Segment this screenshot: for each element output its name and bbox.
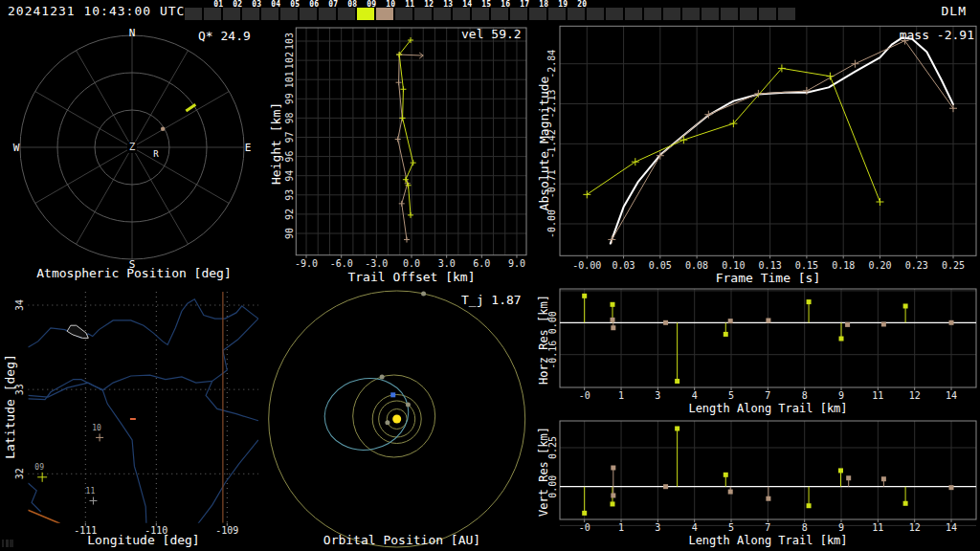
residual-point xyxy=(903,303,908,308)
tick-label: 9 xyxy=(838,390,844,401)
data-point-marker xyxy=(632,158,639,165)
frame-strip: 0102030405060708091011121314151617181920 xyxy=(0,0,980,23)
frame-thumb[interactable] xyxy=(721,8,738,20)
residual-point xyxy=(766,319,770,323)
vert-ylabel: Vert Res [km] xyxy=(537,427,550,517)
river-line xyxy=(206,319,258,421)
sun xyxy=(392,415,401,424)
horz-ylabel: Horz Res [km] xyxy=(537,295,550,385)
frame-thumb-label: 17 xyxy=(510,0,529,9)
panel-horz-residuals: -013457891112140.00-0.16 Length Along Tr… xyxy=(536,287,980,419)
frame-thumb-08[interactable]: 08 xyxy=(338,8,355,20)
horz-residuals-plot: -013457891112140.00-0.16 xyxy=(536,287,980,419)
meteor-streak-station-09 xyxy=(186,104,195,111)
polar-spoke xyxy=(132,147,229,204)
frame-thumb-04[interactable]: 04 xyxy=(261,8,278,20)
frame-thumb-16[interactable]: 16 xyxy=(491,8,508,20)
polar-spoke xyxy=(35,147,132,204)
residual-point xyxy=(838,468,843,473)
residual-point xyxy=(881,321,886,326)
frame-thumb[interactable] xyxy=(759,8,776,20)
frame-thumb-10[interactable]: 10 xyxy=(376,8,393,20)
residual-point xyxy=(724,332,728,337)
frame-thumb-03[interactable]: 03 xyxy=(242,8,259,20)
plot-grid xyxy=(560,421,976,525)
residual-point xyxy=(582,511,587,516)
frame-thumb[interactable] xyxy=(740,8,757,20)
frame-thumb-09[interactable]: 09 xyxy=(357,8,374,20)
frame-thumb-label: 11 xyxy=(395,0,414,9)
orbit-plot xyxy=(268,287,536,551)
frame-thumb[interactable] xyxy=(587,8,604,20)
tick-label: 14 xyxy=(946,390,957,401)
residual-point xyxy=(611,325,615,330)
frame-thumb-label: 02 xyxy=(223,0,242,9)
polar-spoke xyxy=(77,51,133,147)
frame-thumb-label: 20 xyxy=(568,0,587,9)
station-marker-10: 10 xyxy=(92,424,103,442)
frame-thumb-label: 04 xyxy=(261,0,280,9)
tick-label: 101 xyxy=(284,71,295,88)
frame-thumb-02[interactable]: 02 xyxy=(223,8,240,20)
river-line xyxy=(28,375,212,397)
frame-thumb-05[interactable]: 05 xyxy=(280,8,298,20)
tick-label: -2.84 xyxy=(546,50,557,78)
tick-label: 102 xyxy=(284,52,295,69)
map-content: 091011 xyxy=(28,292,258,523)
residuals-station-09 xyxy=(582,294,907,384)
frame-thumb-06[interactable]: 06 xyxy=(300,8,317,20)
panel-vert-residuals: -013457891112140.250.00 Length Along Tra… xyxy=(536,419,980,551)
frame-thumb-label: 13 xyxy=(434,0,453,9)
frame-thumb[interactable] xyxy=(778,8,795,20)
frame-thumb[interactable] xyxy=(702,8,719,20)
tick-label: -6.0 xyxy=(330,258,353,269)
frame-thumb-13[interactable]: 13 xyxy=(434,8,451,20)
atmospheric-xlabel: Atmospheric Position [deg] xyxy=(0,266,268,280)
frame-thumb[interactable] xyxy=(663,8,680,20)
data-point-marker xyxy=(400,86,406,92)
planet-mercury xyxy=(385,420,390,425)
frame-thumb-label: 01 xyxy=(204,0,223,9)
vert-xlabel: Length Along Trail [km] xyxy=(560,534,976,547)
map-grid xyxy=(28,292,258,523)
frame-thumb-19[interactable]: 19 xyxy=(548,8,566,20)
station-label-09: 09 xyxy=(34,463,44,472)
meteor-dot-station-10 xyxy=(161,126,165,130)
tick-label: 8 xyxy=(802,390,808,401)
polar-spoke xyxy=(132,147,189,244)
tick-label: 4 xyxy=(692,522,698,533)
frame-thumb[interactable] xyxy=(644,8,661,20)
data-point-marker xyxy=(583,190,590,198)
tick-label: -0.00 xyxy=(572,260,601,271)
frame-thumb-01[interactable]: 01 xyxy=(204,8,221,20)
light-curve-plot: -0.000.030.050.080.100.130.150.180.200.2… xyxy=(536,23,980,287)
polar-spoke xyxy=(35,92,132,148)
station-marker-09: 09 xyxy=(34,463,47,482)
tick-label: -0.00 xyxy=(546,209,557,238)
frame-thumb[interactable] xyxy=(185,8,202,20)
data-point-marker xyxy=(404,237,410,243)
frame-thumb[interactable] xyxy=(606,8,623,20)
compass-label-E: E xyxy=(245,142,252,154)
magnitude-xlabel: Frame Time [s] xyxy=(560,271,976,285)
frame-thumb-20[interactable]: 20 xyxy=(568,8,585,20)
residual-point xyxy=(766,496,770,501)
frame-thumb-12[interactable]: 12 xyxy=(414,8,432,20)
frame-thumb-17[interactable]: 17 xyxy=(510,8,527,20)
tick-label: 0.05 xyxy=(649,260,672,271)
tick-label: 98 xyxy=(284,112,295,123)
polar-spoke xyxy=(132,51,189,147)
planet-mars xyxy=(380,374,385,379)
tick-label: 0.20 xyxy=(868,260,891,271)
frame-thumb-11[interactable]: 11 xyxy=(395,8,412,20)
frame-thumb-07[interactable]: 07 xyxy=(319,8,336,20)
residual-point xyxy=(949,485,954,490)
frame-thumb-18[interactable]: 18 xyxy=(529,8,546,20)
frame-thumb[interactable] xyxy=(625,8,642,20)
data-point-marker xyxy=(851,60,858,68)
frame-thumb[interactable] xyxy=(682,8,700,20)
frame-thumb-15[interactable]: 15 xyxy=(472,8,489,20)
frame-thumb-14[interactable]: 14 xyxy=(453,8,470,20)
meteoroid-orbit xyxy=(318,371,414,458)
tick-label: 11 xyxy=(872,522,883,533)
